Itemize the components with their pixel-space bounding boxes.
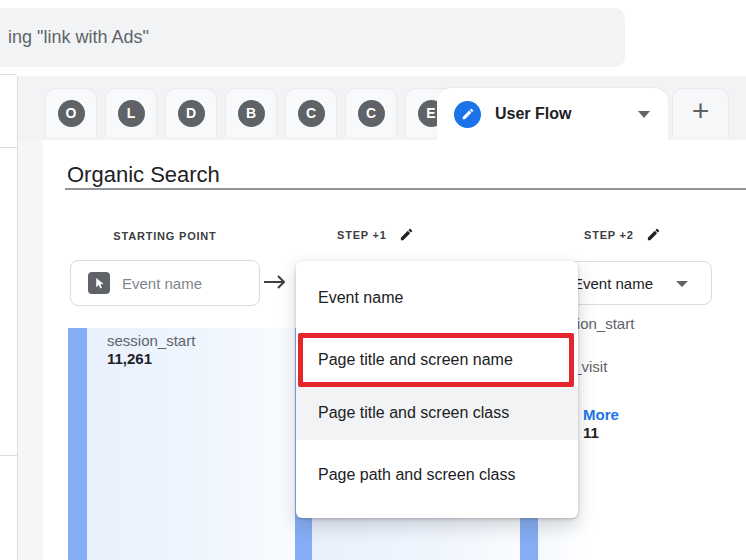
column-header-starting-point: STARTING POINT: [85, 230, 245, 242]
column-header-step1: STEP +1: [337, 227, 414, 242]
menu-item-page-title-screen-name[interactable]: Page title and screen name: [296, 334, 578, 386]
plus-icon: +: [673, 89, 728, 133]
add-tab-button[interactable]: +: [672, 88, 729, 137]
edit-step1-icon[interactable]: [399, 227, 414, 242]
tab-letter-badge: D: [178, 100, 205, 127]
column-header-step2: STEP +2: [584, 227, 661, 242]
step1-header-label: STEP +1: [337, 229, 387, 241]
edit-step2-icon[interactable]: [646, 227, 661, 242]
canvas-gutter: [18, 140, 44, 560]
tab-letter-badge: O: [58, 100, 85, 127]
step2-dimension-select[interactable]: Event name: [556, 261, 712, 305]
tab-snapshot-3[interactable]: D: [165, 88, 217, 137]
more-count: 11: [583, 424, 599, 441]
tab-letter-badge: L: [118, 100, 145, 127]
tab-letter: O: [66, 105, 77, 121]
tab-snapshot-2[interactable]: L: [105, 88, 157, 137]
menu-item-event-name[interactable]: Event name: [296, 272, 578, 324]
menu-item-page-title-screen-class[interactable]: Page title and screen class: [296, 386, 578, 440]
cursor-icon: [88, 272, 110, 294]
tooltip-text: ing "link with Ads": [8, 8, 149, 67]
dropdown-arrow-icon[interactable]: [638, 111, 650, 118]
tab-letter-badge: C: [298, 100, 325, 127]
starting-point-input[interactable]: Event name: [70, 260, 260, 306]
step2-header-label: STEP +2: [584, 229, 634, 241]
menu-item-page-path-screen-class[interactable]: Page path and screen class: [296, 446, 578, 503]
active-tab-label: User Flow: [495, 105, 571, 123]
select-value: Event name: [573, 275, 653, 292]
edit-pencil-icon: [454, 101, 481, 128]
panel-divider: [0, 455, 17, 456]
flow-node-bar-start[interactable]: [68, 328, 87, 560]
panel-divider: [0, 147, 17, 148]
tab-letter-badge: C: [358, 100, 385, 127]
tab-snapshot-5[interactable]: C: [285, 88, 337, 137]
title-underline: [65, 188, 746, 190]
node-event-value: 11,261: [107, 350, 152, 367]
dimension-menu: Event name Page title and screen name Pa…: [296, 261, 578, 518]
tooltip: ing "link with Ads": [0, 8, 625, 67]
tab-letter: C: [366, 105, 376, 121]
tab-letter: D: [186, 105, 196, 121]
tab-letter: C: [306, 105, 316, 121]
arrow-right-icon: [262, 273, 288, 291]
segment-title: Organic Search: [67, 162, 220, 188]
node-event-label: session_start: [107, 332, 195, 349]
tab-letter: E: [426, 105, 435, 121]
tab-snapshot-1[interactable]: O: [45, 88, 97, 137]
tab-snapshot-4[interactable]: B: [225, 88, 277, 137]
tab-letter-badge: B: [238, 100, 265, 127]
panel-divider: [0, 74, 17, 75]
more-link[interactable]: More: [583, 406, 619, 423]
tab-user-flow[interactable]: User Flow: [437, 88, 668, 140]
input-placeholder: Event name: [122, 275, 202, 292]
select-arrow-icon: [676, 281, 688, 287]
exploration-tab-bar: O L D B C C E User Flow +: [18, 76, 746, 140]
tab-letter: L: [127, 105, 136, 121]
tab-letter: B: [246, 105, 256, 121]
tab-snapshot-6[interactable]: C: [345, 88, 397, 137]
screen: ing "link with Ads" O L D B C C E User F…: [0, 0, 746, 560]
